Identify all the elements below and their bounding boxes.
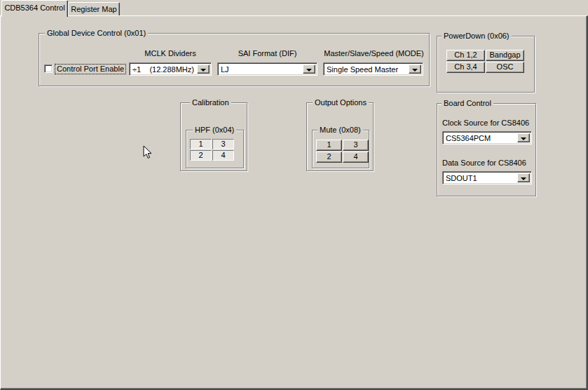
data-source-dropdown-button[interactable] [517,173,530,182]
hpf-2-button[interactable]: 2 [190,150,212,161]
group-title: Board Control [442,99,493,108]
clock-source-label: Clock Source for CS8406 [442,119,529,127]
group-title: Global Device Control (0x01) [45,29,148,38]
tab-page: Global Device Control (0x01) Control Por… [0,15,588,390]
chevron-down-icon [200,69,206,72]
control-port-enable-checkbox[interactable] [44,65,53,73]
powerdown-ch12-button[interactable]: Ch 1,2 [446,50,485,61]
sai-format-label: SAI Format (DIF) [217,49,317,58]
mclk-dividers-label: MCLK Dividers [129,49,212,58]
hpf-4-button[interactable]: 4 [212,150,234,161]
mode-value: Single Speed Master [327,65,409,74]
mode-combobox[interactable]: Single Speed Master [323,62,423,76]
clock-source-dropdown-button[interactable] [517,133,530,142]
mute-4-button[interactable]: 4 [343,152,369,163]
powerdown-osc-button[interactable]: OSC [486,62,524,73]
sai-dropdown-button[interactable] [303,65,315,74]
tab-register-map[interactable]: Register Map [68,2,120,16]
powerdown-group: PowerDown (0x06) Ch 1,2 Bandgap Ch 3,4 O… [437,36,535,93]
sai-format-combobox[interactable]: LJ [217,62,317,76]
chevron-down-icon [521,137,526,140]
hpf-group: HPF (0x04) 1 3 2 4 [186,130,244,168]
chevron-down-icon [412,69,418,72]
group-title: Mute (0x08) [317,126,363,135]
mute-2-button[interactable]: 2 [316,152,342,163]
group-title: HPF (0x04) [193,126,236,135]
mute-group: Mute (0x08) 1 3 2 4 [312,130,369,168]
group-title: PowerDown (0x06) [442,32,512,41]
tab-cdb5364-control[interactable]: CDB5364 Control [1,0,68,17]
mclk-dropdown-button[interactable] [197,65,210,74]
output-options-group: Output Options Mute (0x08) 1 3 2 4 [306,102,374,171]
chevron-down-icon [521,177,526,180]
app-window: CDB5364 Control Register Map Global Devi… [0,0,588,390]
mclk-dividers-combobox[interactable]: ÷1 (12.288MHz) [129,62,212,76]
mode-label: Master/Slave/Speed (MODE) [316,49,432,58]
mode-dropdown-button[interactable] [409,65,421,74]
data-source-value: SDOUT1 [446,173,517,183]
board-control-group: Board Control Clock Source for CS8406 CS… [437,103,536,196]
clock-source-value: CS5364PCM [446,133,517,143]
hpf-1-button[interactable]: 1 [190,139,212,149]
group-title: Calibration [190,98,231,107]
hpf-3-button[interactable]: 3 [212,139,234,149]
global-device-control-group: Global Device Control (0x01) Control Por… [39,33,430,86]
powerdown-ch34-button[interactable]: Ch 3,4 [446,62,485,73]
mclk-dividers-value: ÷1 (12.288MHz) [132,65,197,74]
mute-3-button[interactable]: 3 [343,140,369,151]
chevron-down-icon [306,69,312,72]
group-title: Output Options [313,98,369,107]
calibration-group: Calibration HPF (0x04) 1 3 2 4 [180,102,247,171]
data-source-combobox[interactable]: SDOUT1 [442,171,532,184]
powerdown-bandgap-button[interactable]: Bandgap [486,50,524,61]
mouse-cursor-icon [143,145,153,161]
mute-1-button[interactable]: 1 [316,140,342,151]
clock-source-combobox[interactable]: CS5364PCM [442,131,532,144]
sai-format-value: LJ [221,65,303,74]
data-source-label: Data Source for CS8406 [442,159,526,167]
control-port-enable-label[interactable]: Control Port Enable [55,64,126,74]
